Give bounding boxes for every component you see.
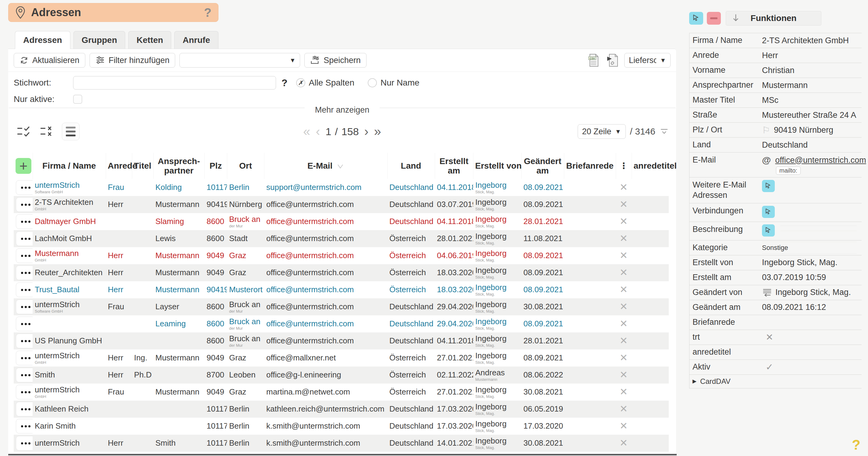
open-detail-button[interactable]: [762, 206, 775, 218]
clear-icon[interactable]: ✕: [620, 199, 628, 210]
col-header-erstellt-am[interactable]: Erstellt am: [435, 153, 473, 179]
clear-icon[interactable]: ✕: [620, 386, 628, 397]
row-actions-button[interactable]: [16, 334, 33, 348]
row-actions-button[interactable]: [16, 436, 33, 451]
table-row[interactable]: Kathleen Reich10117Berlinkathleen.reich@…: [14, 400, 669, 418]
detail-value-editable[interactable]: Sonstige: [762, 242, 857, 254]
rows-per-page-select[interactable]: 20 Zeilen ▼: [578, 124, 626, 139]
tab-adressen[interactable]: Adressen: [15, 31, 70, 49]
col-header-land[interactable]: Land: [387, 153, 435, 179]
clear-icon[interactable]: ✕: [620, 284, 628, 295]
tab-ketten[interactable]: Ketten: [128, 31, 171, 49]
col-header-anrede[interactable]: Anrede: [106, 153, 132, 179]
table-row[interactable]: 2-TS ArchitektenGmbHHerrMustermann90419N…: [14, 196, 669, 213]
table-row[interactable]: MustermannGmbHHerrMustermann9049Grazoffi…: [14, 247, 669, 264]
col-header-geaendert-am[interactable]: Geändert am: [521, 153, 564, 179]
row-actions-button[interactable]: [16, 214, 33, 229]
table-row[interactable]: LachMoit GmbHLewis8600Stadtoffice@unterm…: [14, 230, 669, 247]
table-row[interactable]: Karin Smith10117Berlink.smith@untermstri…: [14, 418, 669, 435]
clear-icon[interactable]: ✕: [620, 233, 628, 244]
select-all-button[interactable]: [16, 126, 32, 137]
refresh-button[interactable]: Aktualisieren: [14, 53, 85, 68]
select-record-button[interactable]: [689, 12, 703, 25]
report-select[interactable]: Lieferschein ▼: [624, 53, 671, 68]
saved-filter-select[interactable]: ▼: [180, 53, 300, 68]
col-header-anredetitel[interactable]: anredetitel: [631, 153, 669, 179]
email-link[interactable]: office@untermstrich.com: [775, 156, 866, 165]
clear-icon[interactable]: ✕: [620, 335, 628, 346]
table-row[interactable]: untermStrichHerrSmith10117Berlink.smith@…: [14, 435, 669, 452]
row-actions-button[interactable]: [16, 249, 33, 263]
detail-expander-carddav[interactable]: ▶ CardDAV: [689, 375, 862, 388]
next-page-button[interactable]: ›: [364, 125, 369, 138]
row-actions-button[interactable]: [16, 351, 33, 365]
clear-icon[interactable]: ✕: [620, 352, 628, 363]
tab-gruppen[interactable]: Gruppen: [73, 31, 126, 49]
clear-icon[interactable]: ✕: [620, 267, 628, 278]
clear-icon[interactable]: ✕: [620, 420, 628, 431]
clear-icon[interactable]: ✕: [620, 216, 628, 227]
row-actions-button[interactable]: [16, 180, 33, 195]
clear-icon[interactable]: ✕: [620, 403, 628, 414]
open-detail-button[interactable]: [762, 224, 775, 236]
row-actions-button[interactable]: [16, 231, 33, 246]
table-row[interactable]: untermStrichSoftware GmbHFrauLayser8600B…: [14, 298, 669, 315]
save-button[interactable]: Speichern: [304, 53, 367, 68]
col-header-row-menu[interactable]: ⋮: [616, 153, 631, 179]
export-csv-button[interactable]: CSV: [587, 53, 601, 67]
table-row[interactable]: Daltmayer GmbHSlaming8600Bruck ander Mur…: [14, 213, 669, 230]
row-actions-button[interactable]: [16, 283, 33, 297]
remove-record-button[interactable]: [707, 12, 721, 25]
functions-button[interactable]: Funktionen: [726, 11, 822, 26]
row-actions-button[interactable]: [16, 197, 33, 212]
col-header-ansprechpartner[interactable]: Ansprech-partner: [153, 153, 205, 179]
search-help-icon[interactable]: ?: [281, 77, 288, 89]
col-header-plz[interactable]: Plz: [205, 153, 227, 179]
row-actions-button[interactable]: [16, 265, 33, 280]
clear-icon[interactable]: ✕: [620, 318, 628, 329]
clear-icon[interactable]: ✕: [620, 301, 628, 312]
table-row[interactable]: untermStrichGmbHHerrIng.Mustermann9049Gr…: [14, 350, 669, 366]
sidebar-help-icon[interactable]: ?: [852, 436, 860, 453]
col-header-ort[interactable]: Ort: [227, 153, 264, 179]
horizontal-scrollbar[interactable]: [8, 454, 677, 455]
table-row[interactable]: untermStrichSoftware GmbHFrauKolding1011…: [14, 179, 669, 196]
option-only-name[interactable]: Nur Name: [368, 78, 420, 88]
clear-icon[interactable]: ✕: [620, 437, 628, 448]
prev-page-button[interactable]: ‹: [316, 125, 320, 138]
list-view-button[interactable]: [62, 123, 80, 140]
option-all-columns[interactable]: ✗ Alle Spalten: [296, 78, 354, 88]
table-row[interactable]: US Planung GmbH8600Bruck ander Muroffice…: [14, 332, 669, 350]
row-actions-button[interactable]: [16, 402, 33, 416]
first-page-button[interactable]: «: [303, 125, 310, 138]
clear-icon[interactable]: ✕: [620, 369, 628, 380]
row-actions-button[interactable]: [16, 385, 33, 399]
mailto-badge[interactable]: mailto:: [776, 166, 801, 175]
collapse-icon[interactable]: [660, 128, 669, 135]
table-row[interactable]: Trust_BautalHerrMustermann90419Musterort…: [14, 281, 669, 298]
table-row[interactable]: untermStrichGmbHFrauMustermann9049Grazma…: [14, 384, 669, 400]
clear-icon[interactable]: ✕: [620, 250, 628, 261]
clear-icon[interactable]: ✕: [620, 182, 628, 193]
page-help-icon[interactable]: ?: [204, 6, 211, 20]
col-header-erstellt-von[interactable]: Erstellt von: [473, 153, 521, 179]
active-only-checkbox[interactable]: [73, 95, 82, 104]
open-detail-button[interactable]: [762, 180, 775, 192]
table-row[interactable]: SmithHerrPh.D8700Leobenoffice@g-l.eninee…: [14, 366, 669, 384]
row-actions-button[interactable]: [16, 419, 33, 433]
col-header-titel[interactable]: Titel: [132, 153, 153, 179]
col-header-briefanrede[interactable]: Briefanrede: [564, 153, 616, 179]
deselect-all-button[interactable]: [39, 126, 55, 137]
row-actions-button[interactable]: [16, 368, 33, 382]
col-header-email[interactable]: E-Mail: [264, 153, 387, 179]
table-row[interactable]: Reuter_ArchitektenHerrMustermann9049Graz…: [14, 264, 669, 281]
keyword-input[interactable]: [73, 76, 276, 90]
tab-anrufe[interactable]: Anrufe: [174, 31, 218, 49]
last-page-button[interactable]: »: [374, 125, 381, 138]
add-address-button[interactable]: +: [16, 158, 31, 174]
table-row[interactable]: Leaming8600Bruck ander Muroffice@unterms…: [14, 315, 669, 332]
export-pdf-button[interactable]: [606, 53, 620, 67]
add-filter-button[interactable]: Filter hinzufügen: [90, 53, 176, 68]
col-header-firma-name[interactable]: Firma / Name: [33, 153, 106, 179]
row-actions-button[interactable]: [16, 317, 33, 331]
